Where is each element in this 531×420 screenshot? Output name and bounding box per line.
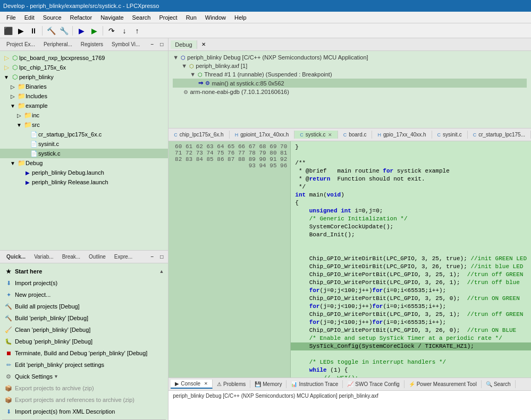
toolbar-run-btn[interactable]: ▶: [88, 25, 100, 37]
tree-item-binaries[interactable]: ▷ 📁 Binaries: [0, 82, 168, 91]
toolbar-btn-5[interactable]: 🔧: [58, 25, 70, 37]
toolbar-btn-3[interactable]: ⏸: [28, 25, 39, 37]
debug-panel: Debug ✕ ▼ ⬡ periph_blinky Debug [C/C++ (…: [168, 38, 531, 128]
tab-variables[interactable]: Variab...: [30, 253, 58, 261]
project-tree[interactable]: ▷ ⬡ lpc_board_nxp_lpcxpresso_1769 ▷ ⬡ lp…: [0, 51, 168, 250]
menu-item-help[interactable]: Help: [230, 13, 251, 22]
action-edit-settings[interactable]: ✏ Edit 'periph_blinky' project settings: [2, 359, 166, 371]
folder-icon: 📁: [17, 82, 26, 91]
tree-item-release-launch[interactable]: ▶ periph_blinky Release.launch: [0, 177, 168, 187]
tab-registers[interactable]: Registers: [77, 40, 107, 48]
console-close[interactable]: ✕: [204, 381, 208, 386]
action-terminate-build-debug[interactable]: ⏹ Terminate, Build and Debug 'periph_bli…: [2, 347, 166, 359]
tab-debug[interactable]: Debug: [171, 40, 197, 49]
tree-item-includes[interactable]: ▷ 📁 Includes: [0, 91, 168, 101]
action-import-xml[interactable]: ⬇ Import project(s) from XML Description: [2, 406, 166, 417]
debug-item-label: main() at systick.c:85 0x562: [212, 80, 284, 87]
toolbar: ⬛ ▶ ⏸ 🔨 🔧 ▶ ▶ ↷ ↓ ↑: [0, 23, 531, 38]
tree-item-debug-folder[interactable]: ▼ 📁 Debug: [0, 158, 168, 168]
tab-peripheral[interactable]: Peripheral...: [39, 40, 77, 48]
tree-item-example[interactable]: ▼ 📁 example: [0, 101, 168, 110]
action-import-project[interactable]: ⬇ Import project(s): [2, 277, 166, 289]
debug-content: ▼ ⬡ periph_blinky Debug [C/C++ (NXP Semi…: [168, 51, 531, 98]
bottom-minimize-btn[interactable]: −: [148, 253, 156, 261]
toolbar-debug-btn[interactable]: ▶: [75, 25, 87, 37]
action-build-periph[interactable]: 🔨 Build 'periph_blinky' [Debug]: [2, 312, 166, 324]
menu-item-window[interactable]: Window: [201, 13, 230, 22]
toolbar-step-over[interactable]: ↷: [106, 25, 117, 37]
tab-project-explorer[interactable]: Project Ex...: [2, 40, 39, 48]
action-export-ref-zip[interactable]: 📦 Export projects and references to arch…: [2, 394, 166, 406]
toolbar-step-into[interactable]: ↓: [119, 25, 130, 37]
menu-item-refactor[interactable]: Refactor: [66, 13, 97, 22]
code-content[interactable]: } /** * @brief main routine for systick …: [291, 141, 531, 378]
menu-item-project[interactable]: Project: [155, 13, 181, 22]
tab-label: Memory: [263, 381, 282, 387]
tab-quick[interactable]: Quick...: [2, 253, 30, 261]
tree-item-cr-startup[interactable]: 📄 cr_startup_lpc175x_6x.c: [0, 130, 168, 139]
project-icon: ⬡: [11, 54, 19, 62]
toolbar-btn-4[interactable]: 🔨: [45, 25, 57, 37]
toolbar-btn-2[interactable]: ▶: [15, 25, 27, 37]
tree-label: inc: [32, 112, 39, 118]
toolbar-btn-1[interactable]: ⬛: [2, 25, 14, 37]
tab-gpio[interactable]: H gpio_17xx_40xx.h: [372, 131, 432, 139]
menu-item-navigate[interactable]: Navigate: [96, 13, 128, 22]
toolbar-step-out[interactable]: ↑: [131, 25, 143, 37]
debug-item-app[interactable]: ▼ ⬡ periph_blinky Debug [C/C++ (NXP Semi…: [173, 53, 527, 62]
action-start-here[interactable]: ★ Start here ▲: [2, 265, 166, 277]
tab-search[interactable]: 🔍 Search: [482, 380, 516, 388]
tree-label: periph_blinky Debug.launch: [32, 169, 104, 176]
tab-console[interactable]: ▶ Console ✕: [171, 380, 213, 389]
tab-memory[interactable]: 💾 Memory: [250, 380, 286, 388]
tab-breakpoints[interactable]: Break...: [58, 253, 85, 261]
action-clean[interactable]: 🧹 Clean 'periph_blinky' [Debug]: [2, 324, 166, 336]
tab-icon: C: [300, 132, 304, 138]
tab-instruction-trace[interactable]: 📊 Instruction Trace: [286, 380, 343, 388]
bottom-maximize-btn[interactable]: □: [157, 253, 166, 261]
tab-close-icon[interactable]: ✕: [328, 132, 332, 138]
tree-item-periph-blinky[interactable]: ▼ ⬡ periph_blinky: [0, 72, 168, 82]
console-text: periph_blinky Debug [C/C++ (NXP Semicond…: [173, 393, 378, 399]
menu-item-edit[interactable]: Edit: [20, 13, 39, 22]
maximize-btn[interactable]: □: [157, 40, 166, 49]
tab-expressions[interactable]: Expre...: [110, 253, 137, 261]
tab-gpioint[interactable]: H gpioint_17xx_40xx.h: [230, 131, 295, 139]
app-icon: ⬡: [181, 55, 186, 61]
debug-close-btn[interactable]: ✕: [199, 40, 208, 49]
expand-icon: ▷: [2, 54, 11, 62]
debug-item-axf[interactable]: ▼ ⬡ periph_blinky.axf [1]: [173, 62, 527, 70]
tree-item-debug-launch[interactable]: ▶ periph_blinky Debug.launch: [0, 168, 168, 177]
tab-cr-startup[interactable]: C cr_startup_lpc175...: [468, 131, 531, 139]
debug-item-main[interactable]: ⇒ ⚙ main() at systick.c:85 0x562: [173, 79, 527, 88]
tree-item-inc[interactable]: ▷ 📁 inc: [0, 110, 168, 120]
tab-systick[interactable]: C systick.c ✕: [294, 131, 338, 139]
tree-item-sysinit[interactable]: 📄 sysinit.c: [0, 139, 168, 149]
tab-outline[interactable]: Outline: [85, 253, 110, 261]
code-editor[interactable]: 60 61 62 63 64 65 66 67 68 69 70 71 72 7…: [168, 141, 531, 378]
action-export-zip[interactable]: 📦 Export projects to archive (zip): [2, 382, 166, 394]
tab-board[interactable]: C board.c: [338, 131, 373, 139]
menu-item-search[interactable]: Search: [128, 13, 155, 22]
tab-power-measurement[interactable]: ⚡ Power Measurement Tool: [404, 380, 482, 388]
action-label: New project...: [15, 292, 50, 298]
menu-item-run[interactable]: Run: [182, 13, 201, 22]
tab-swo-trace[interactable]: 📈 SWO Trace Config: [343, 380, 404, 388]
tree-item-src[interactable]: ▼ 📁 src: [0, 120, 168, 130]
action-build-all[interactable]: 🔨 Build all projects [Debug]: [2, 301, 166, 312]
tree-item-lpc-chip[interactable]: ▷ ⬡ lpc_chip_175x_6x: [0, 63, 168, 72]
tab-sysinit[interactable]: C sysinit.c: [432, 131, 468, 139]
minimize-btn[interactable]: −: [148, 40, 156, 49]
action-new-project[interactable]: ✦ New project...: [2, 289, 166, 301]
debug-item-gdb[interactable]: ⚙ arm-none-eabi-gdb (7.10.1.20160616): [173, 88, 527, 96]
tab-problems[interactable]: ⚠ Problems: [213, 380, 250, 388]
menu-item-file[interactable]: File: [2, 13, 20, 22]
tab-chip-lpc[interactable]: C chip_lpc175x_6x.h: [168, 131, 229, 139]
debug-item-thread[interactable]: ▼ ⬡ Thread #1 1 (runnable) (Suspended : …: [173, 70, 527, 79]
tab-symbol-view[interactable]: Symbol Vi...: [107, 40, 144, 48]
tree-item-systick[interactable]: 📄 systick.c: [0, 149, 168, 158]
menu-item-source[interactable]: Source: [39, 13, 66, 22]
action-quick-settings[interactable]: ⚙ Quick Settings ▼: [2, 371, 166, 382]
action-debug[interactable]: 🐛 Debug 'periph_blinky' [Debug]: [2, 336, 166, 347]
tree-item-lpc-board[interactable]: ▷ ⬡ lpc_board_nxp_lpcxpresso_1769: [0, 53, 168, 63]
